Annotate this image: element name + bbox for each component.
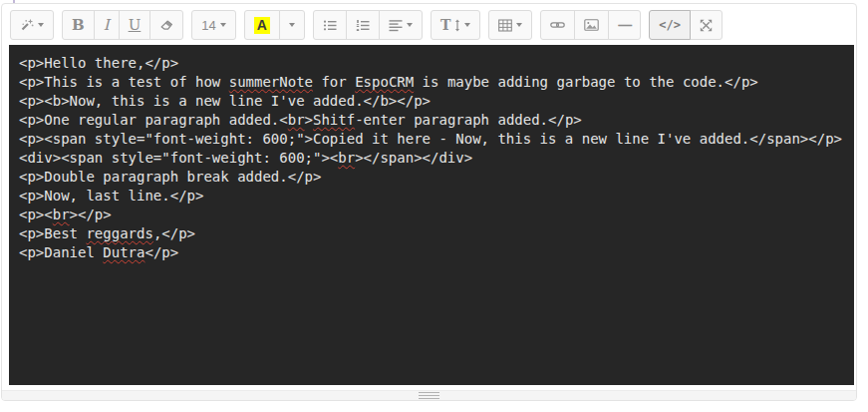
line-height-dropdown-button[interactable]: T [431,10,480,40]
misspelled-word: br [338,150,355,166]
caret-down-icon [516,23,522,27]
caret-down-icon [220,23,226,27]
list-ol-icon [356,19,370,32]
view-group: </> [649,10,723,40]
font-size-value: 14 [201,18,215,33]
code-line: <p>One regular paragraph added.<br>Shitf… [19,111,844,130]
caret-down-icon [289,23,295,27]
fullscreen-button[interactable] [690,10,723,40]
link-button[interactable] [540,10,575,40]
code-line: <div><span style="font-weight: 600;"><br… [19,149,844,168]
code-view-label: </> [659,18,681,32]
horizontal-rule-label: — [618,17,631,33]
bold-button[interactable]: B [62,10,95,40]
code-line: <p>Best reggards,</p> [19,224,844,243]
underline-label: U [129,16,142,34]
style-dropdown-button[interactable] [10,10,54,40]
code-line: <p>Hello there,</p> [19,54,844,73]
color-swatch-letter: A [254,17,270,34]
caret-down-icon [407,23,413,27]
code-line: <p>Double paragraph break added.</p> [19,168,844,187]
font-style-group: B I U [62,10,183,40]
list-ul-icon [323,19,337,32]
paragraph-align-button[interactable] [379,10,423,40]
table-grid-icon [498,19,512,32]
font-size-group: 14 [191,10,235,40]
statusbar [2,390,856,400]
style-group [10,10,54,40]
table-group [488,10,532,40]
insert-group: — [540,10,641,40]
misspelled-word: reggards [86,225,152,241]
caret-down-icon [38,23,44,27]
font-size-dropdown-button[interactable]: 14 [191,10,235,40]
code-line: <p>Daniel Dutra</p> [19,243,844,262]
editor-toolbar: B I U 14 [2,4,856,45]
code-line: <p><b>Now, this is a new line I've added… [19,92,844,111]
expand-arrows-icon [700,19,713,32]
italic-label: I [104,16,110,34]
paragraph-group [313,10,423,40]
horizontal-rule-button[interactable]: — [608,10,641,40]
misspelled-word: br [288,112,305,128]
code-line: <p>Now, last line.</p> [19,187,844,206]
line-height-group: T [431,10,480,40]
code-line: <p><br></p> [19,206,844,224]
ordered-list-button[interactable] [346,10,380,40]
code-view-button[interactable]: </> [649,10,691,40]
chain-link-icon [550,19,565,31]
vertical-arrow-icon [454,19,460,32]
code-line: <p>This is a test of how summerNote for … [19,73,844,92]
code-editor[interactable]: <p>Hello there,</p><p>This is a test of … [9,45,854,385]
image-icon [584,19,599,31]
code-line: <p><span style="font-weight: 600;">Copie… [19,130,844,149]
caret-down-icon [464,23,470,27]
table-dropdown-button[interactable] [488,10,532,40]
text-height-icon: T [440,17,450,33]
color-group: A [244,10,305,40]
misspelled-word: summerNote [229,74,313,90]
summernote-editor: B I U 14 [1,3,857,401]
remove-format-button[interactable] [149,10,183,40]
misspelled-word: Shitf [313,112,355,128]
align-left-icon [389,19,403,32]
magic-wand-icon [20,18,34,32]
text-color-button[interactable]: A [244,10,280,40]
misspelled-word: br [53,206,70,222]
eraser-icon [159,18,173,32]
unordered-list-button[interactable] [313,10,347,40]
misspelled-word: EspoCRM [355,74,414,90]
italic-button[interactable]: I [94,10,120,40]
resize-handle[interactable] [419,392,439,399]
color-dropdown-button[interactable] [279,10,305,40]
image-button[interactable] [574,10,609,40]
underline-button[interactable]: U [119,10,151,40]
bold-label: B [72,16,85,34]
misspelled-word: Dutra [103,244,145,260]
